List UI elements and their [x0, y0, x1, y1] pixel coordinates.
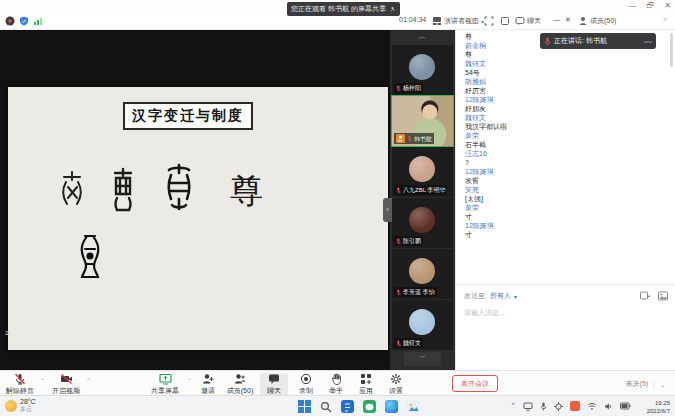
chat-window-mode-icon[interactable]: [640, 291, 651, 301]
tray-expand-icon[interactable]: ⌃: [510, 402, 516, 410]
chat-scrollbar[interactable]: [670, 33, 673, 67]
pin-icon[interactable]: [389, 6, 396, 13]
tray-chat-app-icon[interactable]: [570, 401, 580, 411]
unmute-button[interactable]: 解除静音: [2, 373, 38, 396]
share-screen-label: 共享屏幕: [151, 387, 179, 394]
avatar: [409, 54, 435, 80]
tray-mic-icon[interactable]: [540, 402, 547, 411]
chat-message: 54号: [465, 68, 661, 77]
participant-tile[interactable]: 李芳遥 李怡: [392, 249, 453, 299]
person-icon: [578, 16, 588, 26]
view-mode-selector[interactable]: 演讲者视图 ▾: [432, 16, 484, 26]
window-close-button[interactable]: ✕: [664, 1, 671, 11]
chat-message: 右半截: [465, 140, 661, 149]
chat-button[interactable]: 聊天: [260, 373, 288, 397]
participant-tile[interactable]: 陈引鹏: [392, 198, 453, 248]
members-icon: [234, 373, 246, 385]
start-video-button[interactable]: 开启视频: [48, 373, 84, 396]
mic-muted-icon: [396, 85, 401, 92]
taskbar-weather-widget[interactable]: 28°C 多云: [5, 398, 36, 413]
layout-icon: [432, 16, 442, 26]
fullscreen-button[interactable]: [484, 16, 494, 26]
participant-name: 魏钰文: [403, 339, 421, 347]
leave-meeting-button[interactable]: 离开会议: [452, 375, 498, 392]
collapse-strip-arrow[interactable]: ︿: [390, 30, 455, 45]
chat-message: 发誓: [465, 176, 661, 185]
mic-options-caret[interactable]: ⌃: [40, 377, 45, 384]
participant-name-tag: 魏钰文: [394, 338, 423, 348]
docs-app-icon[interactable]: [341, 400, 354, 413]
chat-message-list: 尊 蔚金桐 尊 魏钰文 54号 胡雅娟 好厉害 12陈露琪 好朋友 魏钰文 我汉…: [465, 32, 661, 239]
annotation-menu-icon[interactable]: ≡: [5, 328, 11, 338]
chevron-up-icon[interactable]: ⌄: [660, 381, 665, 388]
chat-panel-title[interactable]: 聊天: [515, 16, 541, 26]
screenshot-image-icon[interactable]: [658, 291, 668, 301]
participant-tile[interactable]: 杨梓阳: [392, 45, 453, 95]
tray-wifi-icon[interactable]: [587, 402, 597, 410]
glyph-evolution-row: 尊: [48, 165, 348, 217]
chat-bubble-icon: [515, 16, 525, 26]
chat-message: 12陈露琪: [465, 167, 661, 176]
popout-window-button[interactable]: [500, 16, 510, 26]
start-video-label: 开启视频: [52, 387, 80, 394]
window-minimize-button[interactable]: —: [628, 1, 636, 11]
participant-name-tag: 杨梓阳: [394, 83, 423, 93]
apps-label: 应用: [359, 387, 373, 394]
expand-strip-arrow[interactable]: ﹀: [404, 352, 441, 366]
video-options-caret[interactable]: ⌃: [86, 377, 91, 384]
collapse-panel-handle[interactable]: ›: [383, 198, 392, 222]
chat-input-area: 发送至: 所有人 ▾: [456, 284, 675, 370]
gear-icon: [390, 373, 402, 385]
meeting-timer: 01:04:34: [399, 16, 426, 23]
glyph-oracle-bone-script: [58, 169, 86, 211]
participant-name: 陈引鹏: [403, 237, 421, 245]
tray-monitor-icon[interactable]: [523, 402, 533, 411]
windows-start-icon[interactable]: [298, 400, 311, 413]
send-to-label: 发送至:: [464, 291, 487, 301]
record-button[interactable]: 录制: [292, 373, 320, 396]
chat-message: 魏钰文: [465, 59, 661, 68]
toolbar-right-status[interactable]: 表决(5): [626, 379, 649, 389]
view-mode-label: 演讲者视图: [444, 16, 479, 26]
camera-off-icon: [60, 373, 73, 385]
settings-button[interactable]: 设置: [382, 373, 410, 396]
photos-app-icon[interactable]: [407, 400, 420, 413]
window-restore-button[interactable]: 🗗: [646, 1, 654, 11]
tray-crosshair-icon[interactable]: [554, 402, 563, 411]
participant-tile[interactable]: 八九ZBL 李明华: [392, 147, 453, 197]
chat-message: 寸: [465, 212, 661, 221]
chat-message: 12陈露琪: [465, 221, 661, 230]
panel-minimize-button[interactable]: —: [553, 16, 560, 23]
members-tab[interactable]: 成员(50): [578, 16, 616, 26]
participant-list: 杨梓阳 韩书航: [390, 45, 455, 350]
chat-message: ?: [465, 158, 661, 167]
system-tray: ⌃: [510, 401, 631, 411]
security-shield-icon[interactable]: [19, 16, 29, 26]
participant-strip: ︿ 杨梓阳: [390, 30, 455, 370]
participant-tile[interactable]: 魏钰文: [392, 300, 453, 350]
wechat-app-icon[interactable]: [363, 400, 376, 413]
unmute-label: 解除静音: [6, 387, 34, 394]
speaking-indicator-text: 正在讲话: 韩书航: [554, 36, 607, 46]
panel-more-icon[interactable]: ≡: [663, 16, 667, 23]
avatar: [409, 309, 435, 335]
presenter-badge-icon: [396, 134, 405, 143]
invite-button[interactable]: 邀请: [194, 373, 222, 396]
edge-browser-icon[interactable]: [385, 400, 398, 413]
search-icon[interactable]: [320, 401, 332, 413]
participant-tile[interactable]: 韩书航: [392, 96, 453, 146]
panel-close-button[interactable]: ✕: [565, 16, 571, 24]
taskbar-clock[interactable]: 19:25 2022/6/7: [647, 399, 670, 415]
share-options-caret[interactable]: ⌃: [187, 377, 192, 384]
send-to-selector[interactable]: 所有人: [490, 291, 511, 301]
chat-message-input[interactable]: [464, 309, 668, 316]
raise-hand-button[interactable]: 举手: [322, 373, 350, 396]
apps-button[interactable]: 应用: [352, 373, 380, 396]
members-button[interactable]: 成员(50): [222, 373, 258, 396]
chat-message: 我汉字都认啦: [465, 122, 661, 131]
chat-message: 12陈露琪: [465, 95, 661, 104]
tray-volume-icon[interactable]: [604, 402, 613, 411]
avatar: [409, 258, 435, 284]
tray-battery-icon[interactable]: [620, 402, 631, 410]
share-screen-button[interactable]: 共享屏幕: [145, 373, 185, 396]
